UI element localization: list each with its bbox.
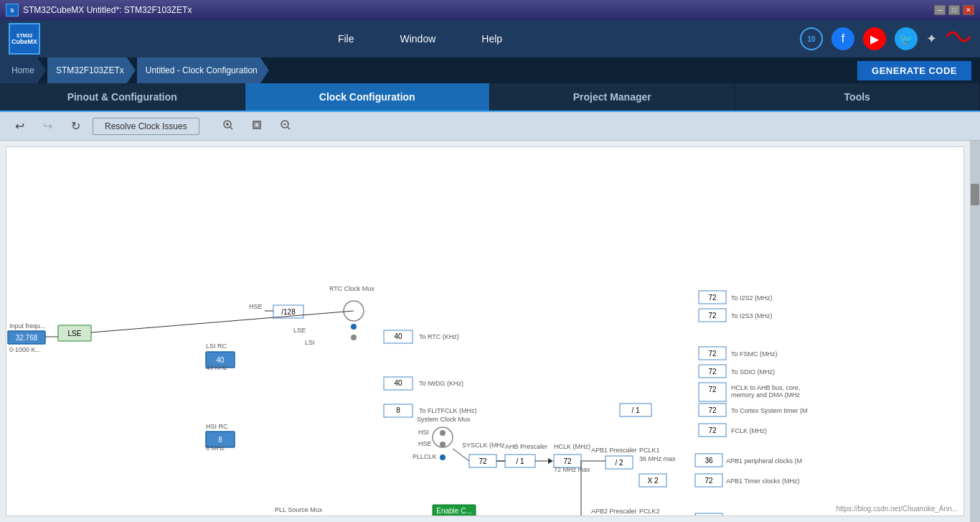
svg-text:HCLK (MHz): HCLK (MHz) <box>554 443 590 450</box>
svg-text:HSI RC: HSI RC <box>206 423 228 430</box>
svg-text:To Cortex System timer (M: To Cortex System timer (M <box>731 407 808 414</box>
main-content: Input frequ... 32.768 0-1000 K... LSE HS… <box>0 141 980 522</box>
breadcrumb-home[interactable]: Home <box>0 57 46 83</box>
svg-text:72: 72 <box>708 350 717 358</box>
svg-text:/ 1: / 1 <box>516 457 524 465</box>
svg-text:72: 72 <box>479 457 487 465</box>
youtube-icon[interactable]: ▶ <box>863 27 886 50</box>
zoom-in-button[interactable] <box>217 116 240 136</box>
title-bar: S STM32CubeMX Untitled*: STM32F103ZETx ─… <box>0 0 980 20</box>
svg-text:0-1000 K...: 0-1000 K... <box>9 346 41 353</box>
svg-text:To I2S2 (MHz): To I2S2 (MHz) <box>731 294 773 302</box>
close-button[interactable]: ✕ <box>963 5 974 15</box>
svg-text:36: 36 <box>705 457 713 465</box>
svg-text:Input frequ...: Input frequ... <box>9 322 46 330</box>
undo-button[interactable]: ↩ <box>9 116 31 136</box>
tab-tools[interactable]: Tools <box>735 83 981 111</box>
svg-text:40: 40 <box>394 332 402 340</box>
network-icon[interactable]: ✦ <box>926 31 937 47</box>
svg-text:72: 72 <box>708 368 717 376</box>
svg-text:40: 40 <box>394 379 402 387</box>
breadcrumb-page[interactable]: Untitled - Clock Configuration <box>137 57 269 83</box>
minimize-button[interactable]: ─ <box>934 5 946 15</box>
svg-text:PLL Source Mux: PLL Source Mux <box>275 506 323 513</box>
svg-text:PCLK2: PCLK2 <box>639 508 660 515</box>
svg-text:8 MHz: 8 MHz <box>206 444 225 452</box>
file-menu[interactable]: File <box>332 30 360 47</box>
svg-text:APB2 Prescaler: APB2 Prescaler <box>591 508 637 515</box>
svg-text:APB1 Prescaler: APB1 Prescaler <box>591 447 637 454</box>
svg-line-7 <box>288 127 290 129</box>
svg-text:LSI RC: LSI RC <box>206 342 227 350</box>
tab-project[interactable]: Project Manager <box>490 83 735 111</box>
resolve-clock-issues-button[interactable]: Resolve Clock Issues <box>93 118 199 135</box>
svg-text:APB1 Timer clocks (MHz): APB1 Timer clocks (MHz) <box>726 477 800 485</box>
zoom-out-button[interactable] <box>274 116 297 136</box>
svg-text:36 MHz max: 36 MHz max <box>639 455 676 462</box>
svg-text:PCLK1: PCLK1 <box>639 447 660 454</box>
svg-text:HSE: HSE <box>418 440 432 447</box>
svg-text:/ 2: / 2 <box>615 459 623 467</box>
svg-text:To SDIO (MHz): To SDIO (MHz) <box>731 368 775 376</box>
svg-text:8: 8 <box>218 436 222 444</box>
svg-text:32.768: 32.768 <box>16 334 38 342</box>
toolbar: ↩ ↪ ↻ Resolve Clock Issues <box>0 112 980 141</box>
svg-text:72: 72 <box>705 477 713 485</box>
refresh-button[interactable]: ↻ <box>65 116 87 136</box>
window-menu[interactable]: Window <box>394 30 441 47</box>
svg-text:40: 40 <box>216 356 225 364</box>
svg-rect-5 <box>255 123 259 127</box>
twitter-icon[interactable]: 🐦 <box>895 27 918 50</box>
svg-text:/ 1: / 1 <box>631 406 640 414</box>
svg-text:APB1 peripheral clocks (M: APB1 peripheral clocks (M <box>726 457 802 465</box>
svg-text:PLLCLK: PLLCLK <box>413 453 437 460</box>
window-controls[interactable]: ─ □ ✕ <box>934 5 974 15</box>
help-menu[interactable]: Help <box>476 30 508 47</box>
breadcrumb-device[interactable]: STM32F103ZETx <box>47 57 136 83</box>
svg-text:/128: /128 <box>281 308 296 316</box>
svg-point-31 <box>351 324 357 330</box>
svg-line-160 <box>453 449 469 461</box>
svg-text:memory and DMA (MHz: memory and DMA (MHz <box>731 391 801 399</box>
svg-text:X 2: X 2 <box>647 477 658 485</box>
svg-text:RTC Clock Mux: RTC Clock Mux <box>329 285 374 292</box>
svg-text:System Clock Mux: System Clock Mux <box>417 416 471 423</box>
svg-point-52 <box>440 442 446 447</box>
svg-text:8: 8 <box>396 406 400 414</box>
clock-diagram[interactable]: Input frequ... 32.768 0-1000 K... LSE HS… <box>6 146 964 516</box>
svg-text:72 MHz max: 72 MHz max <box>554 466 590 473</box>
svg-text:72: 72 <box>708 312 717 320</box>
svg-text:72: 72 <box>563 457 572 465</box>
tab-clock[interactable]: Clock Configuration <box>245 83 491 111</box>
svg-text:FCLK (MHz): FCLK (MHz) <box>731 427 767 434</box>
svg-text:40 KHz: 40 KHz <box>206 364 227 371</box>
menu-bar: STM32 CubeMX File Window Help 10 f ▶ 🐦 ✦ <box>0 20 980 57</box>
svg-line-1 <box>230 127 232 129</box>
svg-text:To FLITFCLK (MHz): To FLITFCLK (MHz) <box>419 407 477 414</box>
svg-text:SYSCLK (MHz: SYSCLK (MHz <box>462 442 505 449</box>
svg-line-37 <box>91 311 354 332</box>
svg-text:LSI: LSI <box>305 339 315 346</box>
zoom-fit-button[interactable] <box>245 116 268 136</box>
svg-text:72: 72 <box>708 427 717 434</box>
watermark: https://blog.csdn.net/Chuanoke_Ann... <box>836 505 958 513</box>
svg-point-53 <box>440 455 446 460</box>
svg-rect-90 <box>695 513 722 516</box>
svg-text:72: 72 <box>708 406 717 414</box>
facebook-icon[interactable]: f <box>831 27 854 50</box>
social-icons: 10 f ▶ 🐦 ✦ <box>800 27 971 51</box>
scrollbar-thumb[interactable] <box>971 184 979 205</box>
svg-text:To I2S3 (MHz): To I2S3 (MHz) <box>731 312 773 320</box>
svg-point-32 <box>351 335 357 340</box>
svg-text:To FSMC (MHz): To FSMC (MHz) <box>731 350 778 358</box>
generate-code-button[interactable]: GENERATE CODE <box>857 61 971 80</box>
breadcrumb-nav: Home STM32F103ZETx Untitled - Clock Conf… <box>0 57 270 83</box>
tab-pinout[interactable]: Pinout & Configuration <box>0 83 245 111</box>
redo-button[interactable]: ↪ <box>37 116 59 136</box>
svg-point-51 <box>440 430 446 436</box>
stm32-logo: STM32 CubeMX <box>9 23 40 55</box>
svg-text:72: 72 <box>708 386 717 393</box>
vertical-scrollbar[interactable] <box>970 141 980 522</box>
svg-text:LSE: LSE <box>68 330 82 337</box>
maximize-button[interactable]: □ <box>948 5 960 15</box>
